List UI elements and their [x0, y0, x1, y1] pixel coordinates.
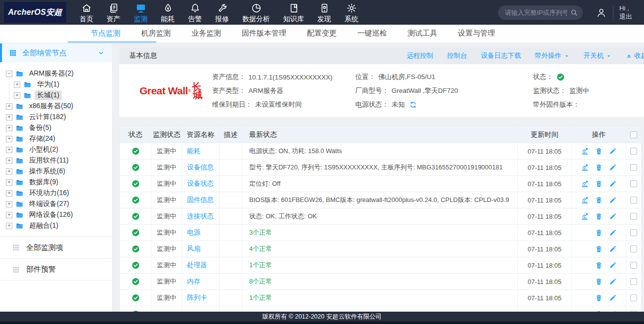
trash-icon[interactable]	[595, 180, 603, 188]
tree-node[interactable]: +操作系统(6)	[6, 166, 112, 177]
trash-icon[interactable]	[595, 229, 603, 237]
resource-name-link[interactable]: 设备信息	[182, 160, 220, 175]
panel-action-5[interactable]: 收起	[626, 51, 644, 60]
tree-node-label[interactable]: 数据库(9)	[27, 177, 61, 187]
subnav-tab-6[interactable]: 测试工具	[407, 25, 438, 43]
tree-node[interactable]: +小型机(2)	[6, 144, 112, 155]
topnav-item-system[interactable]: 系统	[344, 2, 358, 23]
logout-link[interactable]: 退出	[619, 12, 639, 21]
search-box[interactable]	[498, 5, 583, 20]
tree-node[interactable]: +华为(1)	[14, 79, 112, 90]
topnav-item-alarm[interactable]: 告警	[188, 2, 202, 23]
row-checkbox[interactable]	[630, 278, 637, 285]
tree-node[interactable]: +终端设备(27)	[6, 199, 112, 209]
row-checkbox[interactable]	[630, 294, 637, 301]
tree-node-label[interactable]: 环境动力(16)	[27, 188, 72, 198]
tree-node[interactable]: +应用软件(11)	[6, 155, 112, 166]
pencil-icon[interactable]	[608, 294, 617, 302]
expand-node-icon[interactable]: +	[6, 190, 12, 197]
topnav-item-monitor[interactable]: 监测	[134, 2, 148, 23]
row-checkbox[interactable]	[630, 164, 637, 171]
topnav-item-assets[interactable]: 资产	[107, 2, 120, 23]
trash-icon[interactable]	[595, 147, 603, 156]
subnav-tab-1[interactable]: 机房监测	[140, 25, 172, 43]
tree-node[interactable]: +x86服务器(50)	[6, 101, 112, 112]
pencil-icon[interactable]	[608, 212, 617, 221]
expand-node-icon[interactable]: +	[14, 92, 20, 99]
resource-name-link[interactable]: 电源	[182, 225, 220, 241]
tree-node[interactable]: +网络设备(126)	[6, 209, 112, 220]
panel-action-2[interactable]: 设备日志下载	[481, 51, 521, 60]
resource-name-link[interactable]: 设备状态	[182, 176, 220, 192]
topnav-item-home[interactable]: 首页	[79, 2, 93, 23]
subnav-tab-2[interactable]: 业务监测	[190, 25, 222, 43]
user-icon[interactable]	[596, 7, 607, 18]
tree-node-label[interactable]: 小型机(2)	[27, 145, 61, 155]
tree-node-label[interactable]: 网络设备(126)	[27, 210, 76, 220]
tree-node[interactable]: +超融合(1)	[6, 220, 112, 231]
resource-name-link[interactable]: 风扇	[182, 241, 220, 257]
resource-name-link[interactable]: 内存	[182, 274, 220, 289]
subnav-tab-4[interactable]: 配置变更	[306, 25, 338, 43]
row-checkbox[interactable]	[630, 197, 637, 203]
resource-name-link[interactable]: 连接状态	[182, 208, 220, 224]
search-icon[interactable]	[570, 8, 578, 17]
expand-node-icon[interactable]: +	[6, 179, 12, 186]
pencil-icon[interactable]	[608, 261, 617, 270]
tree-node-label[interactable]: 长城(1)	[35, 90, 62, 100]
chart-icon[interactable]	[581, 196, 589, 204]
trash-icon[interactable]	[595, 196, 603, 204]
sidebar-section-0[interactable]: 全部监测项	[0, 236, 112, 258]
subnav-tab-5[interactable]: 一键巡检	[356, 25, 388, 43]
tree-node-label[interactable]: 终端设备(27)	[27, 199, 72, 209]
tree-node-label[interactable]: 应用软件(11)	[27, 156, 71, 165]
panel-action-0[interactable]: 远程控制	[407, 51, 433, 60]
trash-icon[interactable]	[595, 163, 603, 172]
resource-name-link[interactable]: 阵列卡	[182, 290, 220, 306]
row-checkbox[interactable]	[630, 245, 637, 252]
tree-node-label[interactable]: 超融合(1)	[27, 221, 61, 231]
topnav-item-knowledge[interactable]: 知识库	[283, 2, 304, 23]
trash-icon[interactable]	[595, 294, 603, 302]
pencil-icon[interactable]	[608, 147, 617, 156]
expand-node-icon[interactable]: +	[6, 158, 12, 164]
expand-node-icon[interactable]: +	[6, 201, 12, 207]
pencil-icon[interactable]	[608, 229, 617, 237]
chevron-down-icon[interactable]	[97, 49, 105, 57]
tree-node[interactable]: +数据库(9)	[6, 177, 112, 188]
expand-node-icon[interactable]: +	[6, 212, 12, 218]
row-checkbox[interactable]	[630, 148, 637, 155]
topnav-item-discovery[interactable]: 发现	[317, 2, 331, 23]
select-all-checkbox[interactable]	[630, 131, 637, 138]
row-checkbox[interactable]	[630, 180, 637, 187]
topnav-item-energy[interactable]: 能耗	[161, 2, 175, 23]
subnav-tab-3[interactable]: 固件版本管理	[241, 25, 287, 43]
expand-node-icon[interactable]: +	[6, 136, 12, 142]
topnav-item-repair[interactable]: 报修	[215, 2, 229, 23]
chart-icon[interactable]	[581, 163, 589, 172]
row-checkbox[interactable]	[630, 262, 637, 269]
pencil-icon[interactable]	[608, 180, 617, 188]
panel-action-1[interactable]: 控制台	[447, 51, 467, 60]
tree-node-label[interactable]: ARM服务器(2)	[27, 69, 76, 79]
tree-node[interactable]: −ARM服务器(2)	[6, 68, 112, 79]
sidebar-header-all-nodes[interactable]: 全部纳管节点	[0, 43, 112, 62]
tree-node[interactable]: +长城(1)	[14, 90, 112, 101]
resource-name-link[interactable]: 处理器	[182, 257, 220, 273]
tree-node-label[interactable]: 存储(24)	[27, 134, 58, 144]
resource-name-link[interactable]: 固件信息	[182, 192, 220, 208]
trash-icon[interactable]	[595, 278, 603, 286]
chart-icon[interactable]	[581, 212, 589, 221]
resource-name-link[interactable]: 能耗	[182, 143, 220, 159]
refresh-icon[interactable]	[409, 101, 417, 109]
tree-node-label[interactable]: x86服务器(50)	[27, 101, 76, 111]
expand-node-icon[interactable]: +	[14, 81, 20, 88]
pencil-icon[interactable]	[608, 278, 617, 286]
expand-node-icon[interactable]: +	[6, 114, 12, 121]
tree-node-label[interactable]: 云计算(182)	[27, 112, 69, 122]
sidebar-section-1[interactable]: 部件预警	[0, 258, 112, 281]
expand-node-icon[interactable]: +	[6, 168, 12, 175]
expand-node-icon[interactable]: +	[6, 223, 12, 229]
tree-node[interactable]: +存储(24)	[6, 133, 112, 144]
expand-node-icon[interactable]: +	[6, 147, 12, 153]
